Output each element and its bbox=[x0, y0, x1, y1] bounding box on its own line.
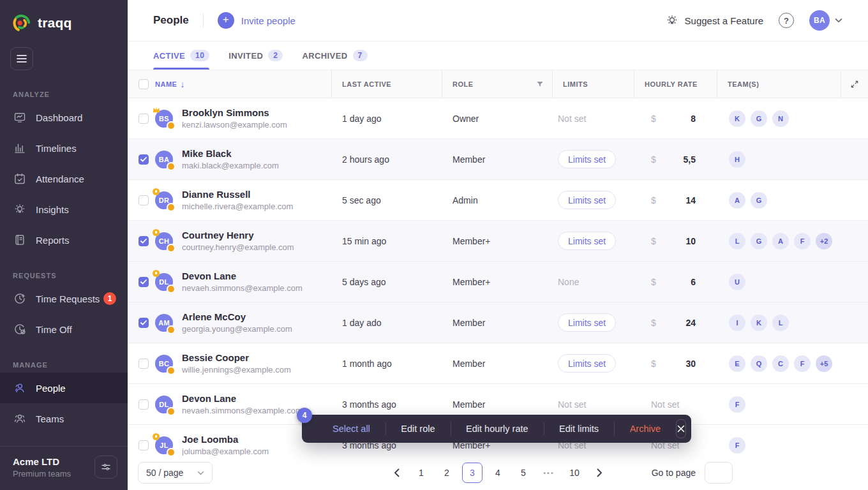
row-checkbox[interactable] bbox=[138, 440, 149, 450]
team-chip[interactable]: F bbox=[794, 233, 811, 249]
bar-chart-icon bbox=[13, 141, 27, 155]
team-chip[interactable]: K bbox=[751, 315, 767, 331]
workspace-settings-button[interactable] bbox=[94, 456, 117, 479]
team-chip[interactable]: H bbox=[729, 151, 745, 168]
role-filter-icon[interactable] bbox=[535, 80, 544, 89]
limits-cell: Limits set bbox=[553, 302, 634, 343]
previous-page-button[interactable] bbox=[387, 463, 406, 482]
archive-button[interactable]: Archive bbox=[615, 424, 676, 434]
currency-sign: $ bbox=[651, 359, 656, 369]
currency-sign: $ bbox=[651, 318, 656, 328]
tab-invited[interactable]: INVITED 2 bbox=[228, 41, 283, 70]
table-row[interactable]: BA Mike Black maki.black@example.com 2 h… bbox=[128, 139, 868, 180]
team-chip[interactable]: F bbox=[729, 396, 745, 413]
brand-logo[interactable]: traqq bbox=[0, 0, 128, 36]
member-name: Joe Loomba bbox=[182, 434, 269, 445]
team-chip[interactable]: L bbox=[772, 315, 789, 331]
sidebar-item-time-requests[interactable]: Time Requests 1 bbox=[0, 283, 128, 314]
table-row[interactable]: DR Dianne Russell michelle.rivera@exampl… bbox=[128, 180, 868, 221]
select-all-button[interactable]: Select all bbox=[317, 424, 385, 434]
user-menu[interactable]: BA bbox=[809, 10, 842, 31]
hourly-rate-cell: $ 5,5 bbox=[634, 139, 717, 179]
team-chip[interactable]: A bbox=[729, 192, 745, 209]
team-chip[interactable]: Q bbox=[751, 355, 767, 372]
next-page-button[interactable] bbox=[590, 463, 609, 482]
limits-set-pill[interactable]: Limits set bbox=[558, 191, 616, 209]
team-chip[interactable]: A bbox=[772, 233, 789, 249]
team-chip[interactable]: K bbox=[729, 110, 745, 127]
page-button-4[interactable]: 4 bbox=[488, 463, 508, 483]
currency-sign: $ bbox=[651, 195, 656, 205]
member-name: Bessie Cooper bbox=[182, 352, 291, 363]
row-checkbox[interactable] bbox=[138, 318, 149, 328]
team-chip[interactable]: L bbox=[729, 233, 745, 249]
select-all-checkbox[interactable] bbox=[138, 79, 149, 89]
page-button-2[interactable]: 2 bbox=[437, 463, 457, 483]
page-size-select[interactable]: 50 / page bbox=[138, 462, 213, 484]
sidebar-item-insights[interactable]: Insights bbox=[0, 194, 128, 225]
team-chip[interactable]: G bbox=[751, 233, 767, 249]
top-bar: People + Invite people Suggest a Feature… bbox=[128, 0, 868, 41]
edit-role-button[interactable]: Edit role bbox=[385, 424, 450, 434]
team-chip[interactable]: F bbox=[729, 437, 745, 454]
member-email: georgia.young@example.com bbox=[182, 324, 292, 334]
sidebar-item-timelines[interactable]: Timelines bbox=[0, 133, 128, 163]
sidebar-item-teams[interactable]: Teams bbox=[0, 403, 128, 434]
row-checkbox[interactable] bbox=[138, 154, 149, 165]
row-checkbox[interactable] bbox=[138, 359, 149, 369]
team-chip[interactable]: I bbox=[729, 315, 745, 331]
close-action-bar-button[interactable] bbox=[676, 419, 686, 438]
page-button-1[interactable]: 1 bbox=[411, 463, 431, 483]
tab-archived[interactable]: ARCHIVED 7 bbox=[302, 41, 367, 70]
tab-active[interactable]: ACTIVE 10 bbox=[153, 41, 209, 70]
team-chip-more[interactable]: +2 bbox=[816, 233, 832, 249]
sidebar-item-reports[interactable]: Reports bbox=[0, 225, 128, 255]
table-row[interactable]: DL Devon Lane nevaeh.simmons@example.com… bbox=[128, 262, 868, 302]
page-button-10[interactable]: 10 bbox=[564, 463, 585, 483]
team-chip[interactable]: G bbox=[751, 110, 767, 127]
row-checkbox[interactable] bbox=[138, 195, 149, 205]
status-dot-icon bbox=[168, 204, 174, 211]
row-checkbox[interactable] bbox=[138, 236, 149, 246]
team-chip[interactable]: N bbox=[772, 110, 789, 127]
hourly-rate-value: 24 bbox=[685, 318, 696, 328]
workspace-switcher[interactable]: Acme LTD Premium teams bbox=[0, 446, 128, 490]
limits-set-pill[interactable]: Limits set bbox=[558, 354, 616, 373]
suggest-feature-label: Suggest a Feature bbox=[685, 15, 763, 26]
row-checkbox[interactable] bbox=[138, 277, 149, 287]
table-row[interactable]: CH Courtney Henry courtney.henry@example… bbox=[128, 221, 868, 262]
go-to-page-input[interactable] bbox=[705, 462, 733, 484]
teams-cell: IKL bbox=[717, 302, 841, 343]
page-button-3-current[interactable]: 3 bbox=[462, 463, 483, 483]
column-header-name[interactable]: NAME ↓ bbox=[155, 79, 185, 89]
sidebar-item-time-off[interactable]: Time Off bbox=[0, 314, 128, 345]
row-checkbox[interactable] bbox=[138, 399, 149, 410]
suggest-feature-button[interactable]: Suggest a Feature bbox=[666, 14, 763, 27]
edit-limits-button[interactable]: Edit limits bbox=[544, 424, 614, 434]
team-chip[interactable]: C bbox=[772, 355, 789, 372]
limits-set-pill[interactable]: Limits set bbox=[558, 150, 616, 168]
limits-set-pill[interactable]: Limits set bbox=[558, 232, 616, 250]
role-value: Member+ bbox=[442, 221, 553, 261]
team-chip[interactable]: F bbox=[794, 355, 811, 372]
team-chip[interactable]: E bbox=[729, 355, 745, 372]
table-row[interactable]: BS Brooklyn Simmons kenzi.lawson@example… bbox=[128, 98, 868, 139]
page-button-5[interactable]: 5 bbox=[513, 463, 534, 483]
sidebar-item-attendance[interactable]: Attendance bbox=[0, 163, 128, 194]
collapse-sidebar-button[interactable] bbox=[10, 47, 33, 70]
tabs-bar: ACTIVE 10 INVITED 2 ARCHIVED 7 bbox=[128, 41, 868, 70]
sidebar-item-people[interactable]: People bbox=[0, 373, 128, 403]
limits-set-pill[interactable]: Limits set bbox=[558, 313, 616, 332]
team-chip-more[interactable]: +5 bbox=[816, 355, 832, 372]
edit-hourly-rate-button[interactable]: Edit hourly rate bbox=[451, 424, 544, 434]
limits-cell: None bbox=[553, 262, 634, 302]
expand-table-icon[interactable] bbox=[850, 80, 859, 89]
invite-people-button[interactable]: + Invite people bbox=[218, 12, 296, 29]
help-button[interactable]: ? bbox=[779, 13, 794, 28]
sidebar-item-dashboard[interactable]: Dashboard bbox=[0, 102, 128, 133]
team-chip[interactable]: U bbox=[729, 274, 745, 290]
row-checkbox[interactable] bbox=[138, 114, 149, 124]
table-row[interactable]: AM Arlene McCoy georgia.young@example.co… bbox=[128, 302, 868, 343]
table-row[interactable]: BC Bessie Cooper willie.jennings@example… bbox=[128, 343, 868, 384]
team-chip[interactable]: G bbox=[751, 192, 767, 209]
